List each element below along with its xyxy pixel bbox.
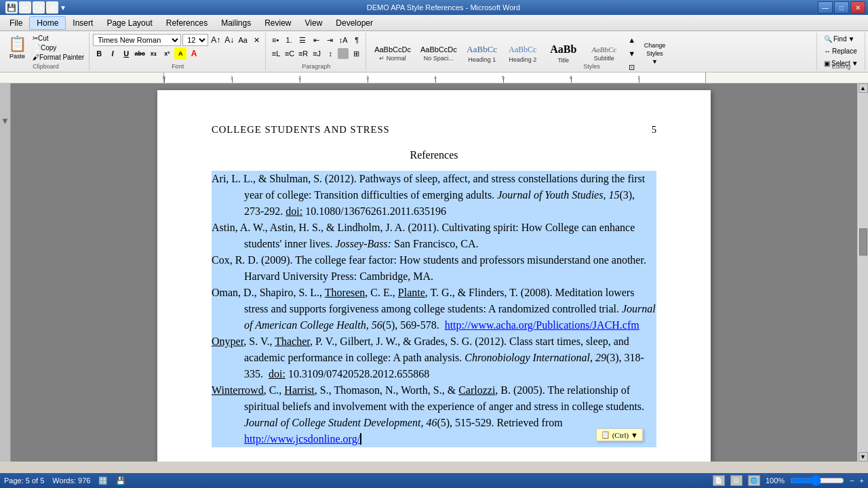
maximize-button[interactable]: □ — [834, 1, 849, 14]
save-icon[interactable]: 💾 — [116, 476, 125, 485]
page-number: 5 — [652, 124, 656, 136]
borders-button[interactable]: ⊞ — [350, 47, 362, 60]
shrink-font-button[interactable]: A↓ — [223, 34, 235, 46]
reference-6: Winterrowd, C., Harrist, S., Thomason, N… — [212, 382, 656, 447]
find-button[interactable]: 🔍 Find ▼ — [821, 34, 858, 44]
menu-item-home[interactable]: Home — [29, 16, 66, 30]
ruler-inner: 0 1 2 3 4 5 6 7 — [163, 73, 706, 83]
print-button[interactable]: 🖨 — [46, 1, 58, 14]
status-bar: Page: 5 of 5 Words: 976 🔠 💾 📄 ⊡ 🌐 100% −… — [0, 473, 868, 488]
status-right: 📄 ⊡ 🌐 100% − + — [713, 475, 864, 486]
align-right-button[interactable]: ≡R — [297, 47, 309, 60]
quick-access-toolbar[interactable]: 💾 ↩ ↪ 🖨 ▼ — [3, 1, 69, 14]
superscript-button[interactable]: x² — [161, 47, 173, 60]
full-screen-button[interactable]: ⊡ — [730, 475, 743, 486]
ribbon-row-main: 📋 Paste ✂ Cut 📄 Copy 🖌 Format Painter Cl… — [3, 33, 865, 70]
menu-item-view[interactable]: View — [298, 16, 330, 30]
show-hide-button[interactable]: ¶ — [351, 34, 363, 46]
menu-item-review[interactable]: Review — [258, 16, 298, 30]
underline-button[interactable]: U — [120, 47, 132, 60]
shading-button[interactable] — [338, 48, 349, 59]
spell-check-icon[interactable]: 🔠 — [98, 476, 108, 485]
window-controls[interactable]: — □ ✕ — [818, 1, 865, 14]
reference-5: Onyper, S. V., Thacher, P. V., Gilbert, … — [212, 333, 656, 382]
styles-scroll-down[interactable]: ▼ — [626, 47, 638, 60]
reference-2: Astin, A. W., Astin, H. S., & Lindholm, … — [212, 220, 656, 252]
ref6-link[interactable]: http://www.jcsdonline.org/ — [244, 433, 360, 445]
numbering-button[interactable]: 1. — [283, 34, 295, 46]
web-layout-button[interactable]: 🌐 — [748, 475, 760, 486]
font-format-row: B I U abc x₂ x² A A — [93, 47, 200, 60]
clipboard-label: Clipboard — [3, 63, 89, 70]
text-highlight-button[interactable]: A — [174, 47, 186, 60]
menu-item-insert[interactable]: Insert — [66, 16, 100, 30]
vertical-scrollbar[interactable]: ▲ ▼ — [857, 83, 868, 462]
paste-ctrl-label: (Ctrl) — [612, 431, 629, 439]
bullets-button[interactable]: ≡• — [269, 34, 281, 46]
grow-font-button[interactable]: A↑ — [210, 34, 222, 46]
ref4-link[interactable]: http://www.acha.org/Publications/JACH.cf… — [445, 319, 639, 331]
font-name-select[interactable]: Times New Roman — [93, 34, 181, 46]
font-group-label: Font — [90, 63, 265, 70]
reference-4: Oman, D., Shapiro, S. L., Thoresen, C. E… — [212, 285, 656, 333]
scroll-down-button[interactable]: ▼ — [859, 452, 868, 462]
font-size-select[interactable]: 12 — [182, 34, 208, 46]
window-title: DEMO APA Style References - Microsoft Wo… — [69, 3, 818, 12]
menu-item-developer[interactable]: Developer — [329, 16, 380, 30]
copy-button[interactable]: 📄 Copy — [31, 43, 86, 52]
menu-item-mailings[interactable]: Mailings — [214, 16, 258, 30]
undo-button[interactable]: ↩ — [19, 1, 31, 14]
menu-item-references[interactable]: References — [159, 16, 214, 30]
save-button[interactable]: 💾 — [5, 1, 18, 14]
close-button[interactable]: ✕ — [850, 1, 865, 14]
clear-format-button[interactable]: ✕ — [250, 34, 262, 46]
zoom-level: 100% — [766, 476, 785, 485]
sort-button[interactable]: ↕A — [337, 34, 349, 46]
justify-button[interactable]: ≡J — [311, 47, 323, 60]
ruler: 0 1 2 3 4 5 6 7 — [0, 73, 868, 83]
editing-group-label: Editing — [818, 63, 865, 70]
decrease-indent-button[interactable]: ⇤ — [310, 34, 322, 46]
clipboard-small-buttons: ✂ Cut 📄 Copy 🖌 Format Painter — [31, 34, 86, 62]
strikethrough-button[interactable]: abc — [134, 47, 146, 60]
zoom-in-icon[interactable]: + — [860, 476, 864, 485]
italic-button[interactable]: I — [106, 47, 119, 60]
format-painter-button[interactable]: 🖌 Format Painter — [31, 53, 86, 62]
replace-button[interactable]: ↔ Replace — [821, 46, 861, 56]
page-info: Page: 5 of 5 — [4, 476, 44, 485]
reference-3: Cox, R. D. (2009). The college fear fact… — [212, 252, 656, 285]
paste-ctrl-popup[interactable]: 📋 (Ctrl) ▼ — [596, 428, 643, 441]
document-area[interactable]: COLLEGE STUDENTS AND STRESS 5 References… — [11, 83, 857, 462]
bold-button[interactable]: B — [93, 47, 105, 60]
cut-button[interactable]: ✂ Cut — [31, 34, 86, 43]
minimize-button[interactable]: — — [818, 1, 833, 14]
references-list[interactable]: Ari, L. L., & Shulman, S. (2012). Pathwa… — [212, 171, 656, 447]
subscript-button[interactable]: x₂ — [147, 47, 159, 60]
scroll-up-button[interactable]: ▲ — [859, 83, 868, 93]
paste-ctrl-dropdown[interactable]: ▼ — [631, 431, 638, 439]
paragraph-group-label: Paragraph — [267, 63, 366, 70]
styles-scroll-up[interactable]: ▲ — [626, 34, 638, 46]
zoom-out-icon[interactable]: − — [850, 476, 854, 485]
font-color-button[interactable]: A — [188, 47, 200, 60]
increase-indent-button[interactable]: ⇥ — [323, 34, 336, 46]
ribbon-toolbar: 📋 Paste ✂ Cut 📄 Copy 🖌 Format Painter Cl… — [0, 31, 868, 73]
styles-group: AaBbCcDc ↵ Normal AaBbCcDc No Spaci... A… — [367, 33, 817, 70]
align-center-button[interactable]: ≡C — [283, 47, 296, 60]
scroll-thumb[interactable] — [859, 228, 867, 256]
zoom-slider[interactable] — [790, 475, 844, 486]
title-bar: 💾 ↩ ↪ 🖨 ▼ DEMO APA Style References - Mi… — [0, 0, 868, 15]
menu-item-file[interactable]: File — [3, 16, 29, 30]
change-case-button[interactable]: Aa — [237, 34, 249, 46]
redo-button[interactable]: ↪ — [33, 1, 45, 14]
align-left-button[interactable]: ≡L — [270, 47, 282, 60]
multilevel-list-button[interactable]: ☰ — [296, 34, 309, 46]
word-count: Words: 976 — [52, 476, 90, 485]
reference-1: Ari, L. L., & Shulman, S. (2012). Pathwa… — [212, 171, 656, 220]
line-spacing-button[interactable]: ↕ — [324, 47, 336, 60]
scroll-track[interactable] — [859, 93, 868, 452]
paste-button[interactable]: 📋 Paste — [5, 34, 29, 61]
document-page: COLLEGE STUDENTS AND STRESS 5 References… — [157, 90, 711, 462]
menu-item-page-layout[interactable]: Page Layout — [100, 16, 159, 30]
print-layout-button[interactable]: 📄 — [713, 475, 725, 486]
